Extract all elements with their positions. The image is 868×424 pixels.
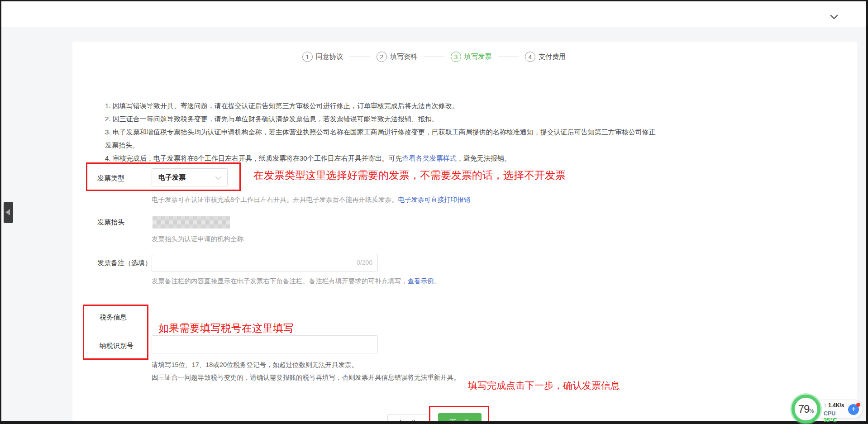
step-connector [424,57,444,57]
percent-unit: % [809,408,814,414]
step-label: 支付费用 [539,52,566,61]
char-counter: 0/200 [357,259,372,266]
memory-percent-badge[interactable]: 79 % [792,395,820,424]
step-label: 填写发票 [464,52,491,61]
step-fill-info: 2 填写资料 [377,52,417,62]
tax-section-label: 税务信息 [100,313,127,322]
cpu-temperature: 35℃ [824,417,837,424]
note-text: 4. 审核完成后，电子发票将在8个工作日左右开具，纸质发票将在30个工作日左右开… [105,154,402,162]
chevron-down-icon[interactable] [828,11,840,20]
step-connector [498,57,519,57]
helper-text: 电子发票可在认证审核完成8个工作日左右开具。开具电子发票后不能再开纸质发票。 [152,196,398,203]
step-fill-invoice: 3 填写发票 [451,52,491,62]
invoice-title-helper: 发票抬头为认证申请的机构全称 [152,235,243,243]
invoice-remark-label: 发票备注（选填） [97,259,152,267]
view-example-link[interactable]: 查看示例 [408,277,434,285]
red-annotation-invoice-type: 在发票类型这里选择好需要的发票，不需要发票的话，选择不开发票 [253,168,566,182]
invoice-title-redacted-value [153,216,230,229]
invoice-remark-helper: 发票备注栏的内容直接显示在电子发票右下角备注栏。备注栏有填开要求的可补充填写，查… [152,277,440,286]
tax-id-label: 纳税识别号 [100,342,134,350]
invoice-type-helper: 电子发票可在认证审核完成8个工作日左右开具。开具电子发票后不能再开纸质发票。电子… [152,195,470,204]
upload-speed: ↑1.4K/s [824,402,844,409]
invoice-type-value: 电子发票 [158,173,215,182]
note-text: 2. 因三证合一等问题导致税务变更，请先与单位财务确认清楚发票信息，若发票错误可… [105,115,439,123]
note-text: 3. 电子发票和增值税专票抬头均为认证申请机构全称，若主体营业执照公司名称在国家… [105,128,656,149]
notification-dot [856,403,860,407]
chevron-down-icon [215,175,221,180]
tax-id-input[interactable] [152,335,378,353]
percent-value: 79 [798,403,810,415]
red-annotation-tax-id: 如果需要填写税号在这里填写 [158,321,294,335]
invoice-notes: 1. 因填写错误导致开具、寄送问题，请在提交认证后告知第三方审核公司进行修正，订… [105,99,657,165]
step-label: 同意协议 [316,52,343,61]
step-agree: 1 同意协议 [302,52,343,62]
note-line-2: 2. 因三证合一等问题导致税务变更，请先与单位财务确认清楚发票信息，若发票错误可… [105,112,657,125]
tax-helper-2: 因三证合一问题导致税号变更的，请确认需要报账的税号再填写，否则发票开具信息错误将… [152,371,460,384]
step-number: 4 [525,52,535,62]
tax-helper-1: 请填写15位、17、18或20位税务登记号，如超过位数则无法开具发票。 [152,358,358,371]
upload-speed-value: 1.4K/s [828,402,844,409]
invoice-samples-link[interactable]: 查看各类发票样式 [402,154,457,162]
sidebar-collapse-handle[interactable] [4,202,13,223]
next-step-button[interactable]: 下一步 [438,413,482,424]
invoice-type-select[interactable]: 电子发票 [152,168,228,186]
invoice-remark-field-wrap: 0/200 [152,254,378,272]
step-number: 1 [302,52,313,62]
step-number: 2 [377,52,387,62]
window-titlebar [1,1,866,27]
prev-step-button[interactable]: 上一步 [387,414,427,424]
step-label: 填写资料 [390,52,417,61]
step-pay: 4 支付费用 [525,52,566,62]
helper-text: 。 [434,277,441,285]
e-invoice-print-link[interactable]: 电子发票可直接打印报销 [398,196,471,203]
note-line-1: 1. 因填写错误导致开具、寄送问题，请在提交认证后告知第三方审核公司进行修正，订… [105,99,657,112]
cpu-status: CPU 35℃ [824,410,837,424]
step-connector [349,57,370,57]
invoice-title-label: 发票抬头 [97,218,124,227]
upload-arrow-icon: ↑ [824,402,826,409]
triangle-left-icon [5,209,10,215]
cpu-label: CPU [824,410,835,417]
note-line-3: 3. 电子发票和增值税专票抬头均为认证申请机构全称，若主体营业执照公司名称在国家… [105,125,657,152]
invoice-remark-input[interactable] [152,254,378,272]
note-line-4: 4. 审核完成后，电子发票将在8个工作日左右开具，纸质发票将在30个工作日左右开… [105,152,657,165]
helper-text: 发票备注栏的内容直接显示在电子发票右下角备注栏。备注栏有填开要求的可补充填写， [152,277,408,285]
note-text: ，避免无法报销。 [457,154,511,162]
step-number: 3 [451,52,461,62]
progress-stepper: 1 同意协议 2 填写资料 3 填写发票 4 支付费用 [302,52,566,62]
note-text: 1. 因填写错误导致开具、寄送问题，请在提交认证后告知第三方审核公司进行修正，订… [105,102,459,110]
red-annotation-next-step: 填写完成点击下一步，确认发票信息 [468,379,620,392]
invoice-type-label: 发票类型 [97,174,124,183]
